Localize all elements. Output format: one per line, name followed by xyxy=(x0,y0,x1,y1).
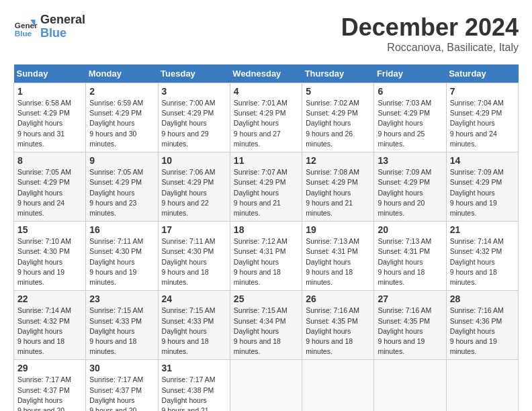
day-number: 30 xyxy=(89,363,154,373)
day-info: Sunrise: 7:05 AM Sunset: 4:29 PM Dayligh… xyxy=(89,167,154,218)
day-info: Sunrise: 7:05 AM Sunset: 4:29 PM Dayligh… xyxy=(17,167,82,218)
day-number: 19 xyxy=(306,224,370,235)
calendar-day-cell: 13 Sunrise: 7:09 AM Sunset: 4:29 PM Dayl… xyxy=(374,152,446,222)
header-thursday: Thursday xyxy=(302,64,374,83)
logo-icon: General Blue xyxy=(13,15,38,39)
header-sunday: Sunday xyxy=(14,64,86,83)
calendar-day-cell: 26 Sunrise: 7:16 AM Sunset: 4:35 PM Dayl… xyxy=(302,291,374,360)
day-number: 14 xyxy=(450,155,515,166)
calendar-week-row: 8 Sunrise: 7:05 AM Sunset: 4:29 PM Dayli… xyxy=(14,152,519,222)
header-saturday: Saturday xyxy=(446,64,518,83)
calendar-day-cell: 12 Sunrise: 7:08 AM Sunset: 4:29 PM Dayl… xyxy=(302,152,374,222)
day-info: Sunrise: 7:13 AM Sunset: 4:31 PM Dayligh… xyxy=(378,236,442,287)
logo: General Blue General Blue xyxy=(13,13,85,40)
day-info: Sunrise: 7:11 AM Sunset: 4:30 PM Dayligh… xyxy=(89,236,154,287)
day-info: Sunrise: 7:10 AM Sunset: 4:30 PM Dayligh… xyxy=(17,236,82,287)
day-number: 27 xyxy=(378,293,442,304)
day-number: 8 xyxy=(17,155,82,166)
day-number: 7 xyxy=(450,86,515,97)
location-title: Roccanova, Basilicate, Italy xyxy=(341,42,519,54)
day-number: 26 xyxy=(306,293,370,304)
calendar-day-cell: 7 Sunrise: 7:04 AM Sunset: 4:29 PM Dayli… xyxy=(446,83,518,152)
day-number: 3 xyxy=(162,86,226,97)
day-number: 15 xyxy=(17,224,82,235)
day-info: Sunrise: 7:15 AM Sunset: 4:33 PM Dayligh… xyxy=(89,306,154,357)
calendar-day-cell: 8 Sunrise: 7:05 AM Sunset: 4:29 PM Dayli… xyxy=(14,152,86,222)
day-number: 24 xyxy=(162,293,226,304)
day-info: Sunrise: 7:11 AM Sunset: 4:30 PM Dayligh… xyxy=(162,236,226,287)
calendar-day-cell: 11 Sunrise: 7:07 AM Sunset: 4:29 PM Dayl… xyxy=(230,152,302,222)
day-number: 29 xyxy=(17,363,82,373)
day-number: 25 xyxy=(234,293,298,304)
header-tuesday: Tuesday xyxy=(158,64,230,83)
svg-text:Blue: Blue xyxy=(15,29,32,38)
calendar-day-cell: 20 Sunrise: 7:13 AM Sunset: 4:31 PM Dayl… xyxy=(374,222,446,291)
calendar-day-cell: 16 Sunrise: 7:11 AM Sunset: 4:30 PM Dayl… xyxy=(86,222,158,291)
day-info: Sunrise: 7:02 AM Sunset: 4:29 PM Dayligh… xyxy=(306,98,370,149)
calendar-week-row: 15 Sunrise: 7:10 AM Sunset: 4:30 PM Dayl… xyxy=(14,222,519,291)
calendar-day-cell: 29 Sunrise: 7:17 AM Sunset: 4:37 PM Dayl… xyxy=(14,360,86,411)
calendar-week-row: 29 Sunrise: 7:17 AM Sunset: 4:37 PM Dayl… xyxy=(14,360,519,411)
calendar-day-cell: 14 Sunrise: 7:09 AM Sunset: 4:29 PM Dayl… xyxy=(446,152,518,222)
day-info: Sunrise: 7:16 AM Sunset: 4:35 PM Dayligh… xyxy=(306,306,370,357)
calendar-day-cell xyxy=(302,360,374,411)
day-info: Sunrise: 7:14 AM Sunset: 4:32 PM Dayligh… xyxy=(17,306,82,357)
calendar-day-cell: 24 Sunrise: 7:15 AM Sunset: 4:33 PM Dayl… xyxy=(158,291,230,360)
calendar-day-cell: 25 Sunrise: 7:15 AM Sunset: 4:34 PM Dayl… xyxy=(230,291,302,360)
day-number: 31 xyxy=(162,363,226,373)
calendar-day-cell: 4 Sunrise: 7:01 AM Sunset: 4:29 PM Dayli… xyxy=(230,83,302,152)
day-number: 6 xyxy=(378,86,442,97)
day-number: 12 xyxy=(306,155,370,166)
calendar-day-cell: 15 Sunrise: 7:10 AM Sunset: 4:30 PM Dayl… xyxy=(14,222,86,291)
day-info: Sunrise: 7:06 AM Sunset: 4:29 PM Dayligh… xyxy=(162,167,226,218)
day-info: Sunrise: 7:12 AM Sunset: 4:31 PM Dayligh… xyxy=(234,236,298,287)
day-info: Sunrise: 7:17 AM Sunset: 4:37 PM Dayligh… xyxy=(17,375,82,411)
day-number: 16 xyxy=(89,224,154,235)
day-info: Sunrise: 7:07 AM Sunset: 4:29 PM Dayligh… xyxy=(234,167,298,218)
calendar-week-row: 1 Sunrise: 6:58 AM Sunset: 4:29 PM Dayli… xyxy=(14,83,519,152)
calendar-day-cell: 10 Sunrise: 7:06 AM Sunset: 4:29 PM Dayl… xyxy=(158,152,230,222)
header: General Blue General Blue December 2024 … xyxy=(13,13,519,54)
calendar-day-cell: 19 Sunrise: 7:13 AM Sunset: 4:31 PM Dayl… xyxy=(302,222,374,291)
day-info: Sunrise: 7:15 AM Sunset: 4:33 PM Dayligh… xyxy=(162,306,226,357)
day-info: Sunrise: 7:09 AM Sunset: 4:29 PM Dayligh… xyxy=(450,167,515,218)
calendar-header-row: Sunday Monday Tuesday Wednesday Thursday… xyxy=(14,64,519,83)
calendar-table: Sunday Monday Tuesday Wednesday Thursday… xyxy=(13,64,519,411)
day-number: 13 xyxy=(378,155,442,166)
day-info: Sunrise: 7:17 AM Sunset: 4:38 PM Dayligh… xyxy=(162,375,226,411)
calendar-day-cell xyxy=(230,360,302,411)
day-number: 17 xyxy=(162,224,226,235)
day-number: 22 xyxy=(17,293,82,304)
calendar-day-cell: 23 Sunrise: 7:15 AM Sunset: 4:33 PM Dayl… xyxy=(86,291,158,360)
day-number: 5 xyxy=(306,86,370,97)
day-number: 4 xyxy=(234,86,298,97)
day-number: 2 xyxy=(89,86,154,97)
logo-text: General Blue xyxy=(40,13,85,40)
day-number: 10 xyxy=(162,155,226,166)
calendar-day-cell: 9 Sunrise: 7:05 AM Sunset: 4:29 PM Dayli… xyxy=(86,152,158,222)
day-info: Sunrise: 7:17 AM Sunset: 4:37 PM Dayligh… xyxy=(89,375,154,411)
calendar-day-cell xyxy=(374,360,446,411)
day-info: Sunrise: 7:03 AM Sunset: 4:29 PM Dayligh… xyxy=(378,98,442,149)
calendar-day-cell: 28 Sunrise: 7:16 AM Sunset: 4:36 PM Dayl… xyxy=(446,291,518,360)
day-number: 1 xyxy=(17,86,82,97)
month-title: December 2024 xyxy=(341,13,519,42)
calendar-day-cell: 27 Sunrise: 7:16 AM Sunset: 4:35 PM Dayl… xyxy=(374,291,446,360)
calendar-day-cell: 22 Sunrise: 7:14 AM Sunset: 4:32 PM Dayl… xyxy=(14,291,86,360)
day-info: Sunrise: 7:13 AM Sunset: 4:31 PM Dayligh… xyxy=(306,236,370,287)
day-info: Sunrise: 7:09 AM Sunset: 4:29 PM Dayligh… xyxy=(378,167,442,218)
calendar-day-cell: 1 Sunrise: 6:58 AM Sunset: 4:29 PM Dayli… xyxy=(14,83,86,152)
day-number: 18 xyxy=(234,224,298,235)
calendar-day-cell: 6 Sunrise: 7:03 AM Sunset: 4:29 PM Dayli… xyxy=(374,83,446,152)
title-area: December 2024 Roccanova, Basilicate, Ita… xyxy=(341,13,519,54)
day-info: Sunrise: 7:08 AM Sunset: 4:29 PM Dayligh… xyxy=(306,167,370,218)
day-info: Sunrise: 7:04 AM Sunset: 4:29 PM Dayligh… xyxy=(450,98,515,149)
calendar-day-cell: 17 Sunrise: 7:11 AM Sunset: 4:30 PM Dayl… xyxy=(158,222,230,291)
day-number: 9 xyxy=(89,155,154,166)
calendar-day-cell: 18 Sunrise: 7:12 AM Sunset: 4:31 PM Dayl… xyxy=(230,222,302,291)
calendar-day-cell xyxy=(446,360,518,411)
day-number: 20 xyxy=(378,224,442,235)
header-wednesday: Wednesday xyxy=(230,64,302,83)
day-info: Sunrise: 7:01 AM Sunset: 4:29 PM Dayligh… xyxy=(234,98,298,149)
day-info: Sunrise: 6:59 AM Sunset: 4:29 PM Dayligh… xyxy=(89,98,154,149)
